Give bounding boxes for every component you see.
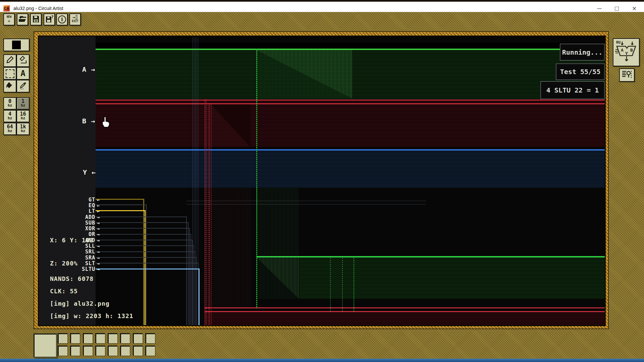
frame-thumbnail[interactable] [83, 346, 93, 356]
port-row-sltu: SLTU→ [39, 266, 101, 272]
arrow-right-icon: → [95, 261, 101, 266]
pencil-tool-button[interactable] [3, 54, 16, 67]
xor-wire [96, 228, 189, 229]
frame-thumbnail[interactable] [95, 346, 105, 356]
alu-chip-button[interactable]: RU A B Y [613, 38, 640, 66]
frame-thumbnail[interactable] [58, 346, 67, 356]
list-magnifier-icon [621, 69, 633, 80]
bottom-red-wire-1 [205, 307, 605, 308]
save-floppy-icon [32, 14, 40, 24]
slt-wire [96, 263, 198, 263]
arrow-right-icon: → [91, 117, 95, 125]
bus-b-band [96, 104, 605, 147]
eyedropper-icon [18, 80, 28, 90]
status-assert-box: 4 SLTU 22 = 1 [540, 81, 605, 99]
alu-chip-icon: RU A B Y [614, 39, 638, 64]
eq-wire-gray [96, 204, 146, 205]
clock-16hz-button[interactable]: 16hz [16, 110, 30, 122]
and-wire [96, 240, 192, 240]
fill-tool-button[interactable] [3, 80, 16, 93]
marquee-icon [6, 69, 14, 78]
maximize-button[interactable]: □ [609, 3, 625, 13]
sub-wire-vertical [188, 222, 189, 325]
bus-y-band [96, 150, 605, 188]
frame-thumbnail[interactable] [83, 333, 93, 343]
frame-thumbnail[interactable] [133, 333, 143, 343]
paint-bucket-icon [5, 80, 15, 90]
frame-thumbnail-current[interactable] [34, 334, 57, 358]
bus-label-b: B → [82, 117, 95, 125]
info-button[interactable]: i [56, 13, 68, 25]
add-wire-vertical [186, 217, 187, 325]
port-row-eq: EQ← [39, 202, 101, 208]
port-row-sub: SUB→ [39, 220, 101, 226]
gt-wire-olive-vertical [143, 199, 144, 325]
clock-64hz-button[interactable]: 64hz [3, 123, 16, 135]
green-dotted-wire [330, 256, 331, 312]
arrow-right-icon: → [91, 65, 95, 73]
clock-4hz-button[interactable]: 4hz [3, 110, 16, 122]
svg-text:B: B [630, 48, 633, 53]
open-file-button[interactable] [17, 13, 28, 25]
circuit-canvas[interactable]: A → B → Y ← GT← EQ← LT← ADD→ SUB→ XOR→ O… [39, 37, 605, 325]
frame-thumbnail[interactable] [70, 346, 80, 356]
frame-thumbnail[interactable] [120, 346, 130, 356]
image-name-readout: [img] alu32.png [50, 300, 110, 307]
frame-thumbnail[interactable] [133, 346, 143, 356]
arrow-right-icon: → [95, 266, 101, 272]
save-button[interactable] [30, 13, 42, 25]
frame-thumbnail[interactable] [70, 333, 80, 343]
text-tool-button[interactable]: A [16, 67, 30, 80]
red-bus-wire [208, 103, 209, 325]
clock-1khz-button[interactable]: 1khz [16, 123, 30, 135]
minimize-button[interactable]: — [592, 3, 607, 13]
srl-wire [96, 251, 195, 252]
arrow-right-icon: → [95, 226, 101, 231]
picker-tool-button[interactable] [16, 80, 30, 93]
netlist-search-button[interactable] [619, 68, 635, 82]
frame-thumbnail[interactable] [145, 333, 155, 343]
green-column-hatch [256, 188, 299, 256]
svg-text:RU: RU [616, 40, 621, 45]
new-file-button[interactable]: NEW ✳ [3, 13, 15, 25]
arrow-right-icon: → [95, 215, 101, 220]
open-folder-icon [18, 14, 27, 24]
red-bus-wire [205, 99, 205, 325]
taskbar-edge [0, 359, 644, 362]
status-running-box: Running... [560, 44, 605, 61]
info-icon: i [58, 15, 66, 23]
srl-wire-vertical [195, 251, 196, 325]
color-swatch-button[interactable] [3, 39, 30, 51]
arrow-left-icon: ← [95, 197, 101, 202]
save-as-button[interactable]: ? [44, 13, 55, 25]
app-icon: CA [3, 5, 10, 11]
frame-thumbnail[interactable] [108, 333, 117, 343]
or-wire-vertical [191, 234, 191, 325]
bus-label-y: Y ← [83, 168, 96, 176]
arrow-right-icon: → [95, 238, 101, 243]
close-button[interactable]: × [627, 3, 642, 13]
title-bar: CA alu32.png - Circuit Artist — □ × [0, 2, 644, 12]
red-bus-wire [211, 104, 212, 325]
arrow-left-icon: ← [92, 168, 96, 176]
line-pencil-icon [19, 55, 28, 65]
line-tool-button[interactable] [16, 54, 30, 67]
clock-1hz-button[interactable]: 1hz [16, 97, 30, 110]
arrow-right-icon: → [95, 243, 101, 249]
gt-wire-olive [96, 199, 143, 200]
exit-button[interactable]: →⌷ EXIT [69, 13, 81, 25]
frame-thumbnail[interactable] [120, 333, 130, 343]
clock-0hz-button[interactable]: 0hz [3, 97, 16, 110]
sra-wire [96, 257, 196, 258]
sra-wire-vertical [196, 257, 197, 325]
xor-wire-vertical [189, 228, 190, 325]
port-row-xor: XOR→ [39, 226, 101, 231]
frame-thumbnail[interactable] [95, 333, 105, 343]
frame-thumbnail[interactable] [145, 346, 155, 356]
select-tool-button[interactable] [3, 67, 16, 80]
frame-thumbnail[interactable] [108, 346, 117, 356]
frame-thumbnail[interactable] [58, 333, 67, 343]
port-row-gt: GT← [39, 197, 101, 202]
nand-count-readout: NANDS: 6078 [50, 275, 94, 282]
exit-label: EXIT [70, 20, 80, 23]
